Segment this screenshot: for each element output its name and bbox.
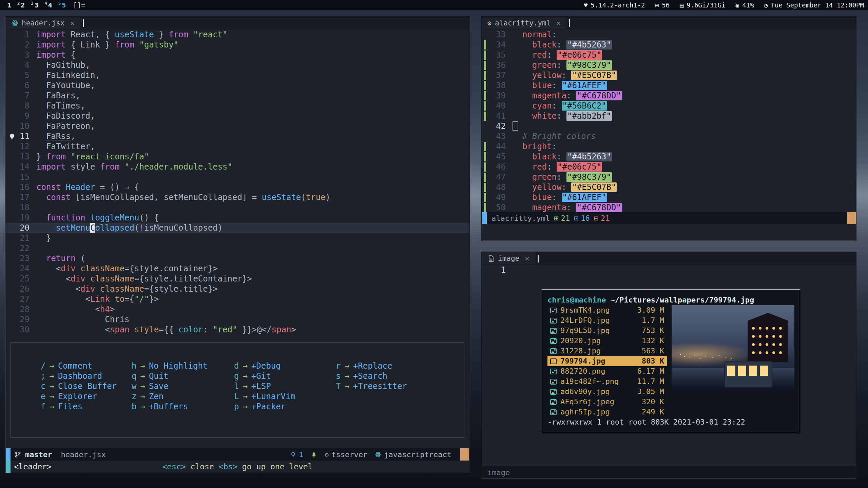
code-line[interactable]: 1import React, { useState } from "react" (6, 30, 469, 40)
code-line[interactable]: 13} from "react-icons/fa" (6, 152, 469, 162)
code-line[interactable]: 30 <span style={{ color: "red" }}>@</spa… (6, 325, 469, 335)
whichkey-item[interactable]: T→+Treesitter (336, 381, 464, 391)
code-line[interactable]: 43 # Bright colors (482, 131, 856, 141)
code-line[interactable]: 29 Chris (6, 314, 469, 325)
file-row[interactable]: aghr5Ip.jpg249 K (547, 407, 667, 417)
whichkey-item[interactable]: q→Quit (132, 371, 234, 381)
code-line[interactable]: 25 <div className={style.titleContainer}… (6, 274, 469, 284)
code-line[interactable]: 3import { (6, 50, 469, 60)
code-line[interactable]: 27 <Link to={"/"}> (6, 294, 469, 304)
whichkey-item[interactable]: s→+Search (336, 371, 464, 381)
code-line[interactable]: 8 FaTimes, (6, 101, 469, 111)
code-line[interactable]: 12 FaTwitter, (6, 141, 469, 152)
code-line[interactable]: 16const Header = () ⇒ { (6, 182, 469, 192)
line-number: 22 (20, 243, 30, 253)
whichkey-item[interactable]: e→Explorer (41, 391, 132, 402)
code-line[interactable]: 37 yellow: "#E5C07B" (482, 70, 856, 80)
code-line[interactable]: 41 white: "#abb2bf" (482, 111, 856, 121)
whichkey-item[interactable]: w→Save (132, 381, 234, 391)
close-icon[interactable]: × (556, 19, 561, 27)
code-line[interactable]: 10 FaPatreon, (6, 121, 469, 131)
file-row[interactable]: 20920.jpg132 K (547, 336, 667, 346)
line-number-gutter: 40 (482, 101, 513, 111)
whichkey-item[interactable]: p→+Packer (234, 402, 336, 412)
whichkey-item[interactable]: /→Comment (41, 361, 132, 371)
code-line[interactable]: 38 blue: "#61AFEF" (482, 80, 856, 91)
file-row[interactable]: AFq5r6j.jpeg320 K (547, 397, 667, 407)
code-line[interactable]: 26 <div className={style.title}> (6, 284, 469, 294)
file-row[interactable]: ad6v90y.jpg3.05 M (547, 387, 667, 397)
file-row[interactable]: 24LrDFQ.jpg1.7 M (547, 315, 667, 326)
workspace-tag-5[interactable]: 55 (55, 1, 69, 9)
code-text: import React, { useState } from "react" (36, 30, 469, 40)
file-row[interactable]: 97q9L5D.jpg753 K (547, 326, 667, 336)
whichkey-item[interactable]: h→No Highlight (132, 361, 234, 371)
file-row[interactable]: 9rsmTK4.png3.09 M (547, 305, 667, 315)
command-line[interactable]: <leader> <esc> close <bs> go up one leve… (6, 461, 469, 473)
code-line[interactable]: 28 <h4> (6, 304, 469, 314)
whichkey-item[interactable]: z→Zen (132, 391, 234, 402)
code-line[interactable]: 4 FaGithub, (6, 60, 469, 70)
close-icon[interactable]: × (525, 254, 529, 263)
workspace-tag-1[interactable]: 1 (4, 1, 14, 9)
tab-header-jsx[interactable]: header.jsx × (6, 17, 80, 29)
whichkey-item[interactable]: ;→Dashboard (41, 371, 132, 381)
file-row[interactable]: 799794.jpg803 K (547, 356, 667, 366)
code-line[interactable]: 20 setMenuCollapsed(!isMenuCollapsed) (6, 223, 469, 233)
line-number-gutter: 20 (6, 223, 36, 233)
line-number: 30 (20, 325, 30, 334)
code-line[interactable]: 36 green: "#98C379" (482, 60, 856, 70)
whichkey-item[interactable]: d→+Debug (234, 361, 336, 371)
code-line[interactable]: 33 normal: (482, 30, 856, 40)
workspace-tag-2[interactable]: 22 (14, 1, 28, 9)
close-icon[interactable]: × (70, 19, 75, 27)
whichkey-item[interactable]: r→+Replace (336, 361, 464, 371)
code-editor[interactable]: 33 normal:34 black: "#4b5263"35 red: "#e… (482, 30, 856, 212)
code-line[interactable]: 22 (6, 243, 469, 253)
whichkey-item[interactable]: L→+LunarVim (234, 391, 336, 402)
code-line[interactable]: 6 FaYoutube, (6, 80, 469, 91)
code-line[interactable]: 17 const [isMenuCollapsed, setMenuCollap… (6, 192, 469, 202)
tab-alacritty-yml[interactable]: ⚙ alacritty.yml × (482, 17, 566, 29)
code-line[interactable]: 14import style from "./header.module.les… (6, 162, 469, 172)
whichkey-item[interactable]: f→Files (41, 402, 132, 412)
layout-symbol[interactable]: []= (73, 1, 85, 9)
code-line[interactable]: 50 magenta: "#C678DD" (482, 202, 856, 212)
code-line[interactable]: 23 return ( (6, 253, 469, 263)
code-line[interactable]: 2import { Link } from "gatsby" (6, 40, 469, 50)
code-line[interactable]: 42 (482, 121, 856, 131)
code-line[interactable]: 40 cyan: "#56B6C2" (482, 101, 856, 111)
diagnostics-hint: 1 (290, 450, 303, 459)
code-line[interactable]: 21 } (6, 233, 469, 243)
whichkey-item[interactable]: b→+Buffers (132, 402, 234, 412)
workspace-tag-4[interactable]: 44 (42, 1, 55, 9)
code-line[interactable]: 39 magenta: "#C678DD" (482, 91, 856, 101)
whichkey-item[interactable]: g→+Git (234, 371, 336, 381)
code-line[interactable]: 34 black: "#4b5263" (482, 40, 856, 50)
code-line[interactable]: 44 bright: (482, 141, 856, 152)
code-line[interactable]: 1 (482, 265, 856, 275)
workspace-tag-3[interactable]: 33 (28, 1, 41, 9)
code-line[interactable]: 48 yellow: "#E5C07B" (482, 182, 856, 192)
code-line[interactable]: 19 function toggleMenu() { (6, 213, 469, 223)
code-line[interactable]: 49 blue: "#61AFEF" (482, 192, 856, 202)
line-number: 41 (496, 111, 506, 121)
whichkey-item[interactable]: c→Close Buffer (41, 381, 132, 391)
code-line[interactable]: 11 FaRss, (6, 131, 469, 141)
code-line[interactable]: 5 FaLinkedin, (6, 70, 469, 80)
file-row[interactable]: a19c482f~.png11.7 M (547, 376, 667, 387)
code-line[interactable]: 7 FaBars, (6, 91, 469, 101)
whichkey-item[interactable]: l→+LSP (234, 381, 336, 391)
code-line[interactable]: 47 green: "#98C379" (482, 172, 856, 182)
code-line[interactable]: 45 black: "#4b5263" (482, 152, 856, 162)
file-row[interactable]: 31228.jpg563 K (547, 346, 667, 356)
tab-image[interactable]: image × (482, 252, 535, 265)
code-line[interactable]: 15 (6, 172, 469, 182)
code-line[interactable]: 9 FaDiscord, (6, 111, 469, 121)
code-line[interactable]: 35 red: "#e06c75" (482, 50, 856, 60)
code-editor[interactable]: 1import React, { useState } from "react"… (6, 30, 469, 448)
file-row[interactable]: 882720.png6.17 M (547, 366, 667, 376)
code-line[interactable]: 46 red: "#e06c75" (482, 162, 856, 172)
code-line[interactable]: 18 (6, 202, 469, 213)
code-line[interactable]: 24 <div className={style.container}> (6, 263, 469, 274)
